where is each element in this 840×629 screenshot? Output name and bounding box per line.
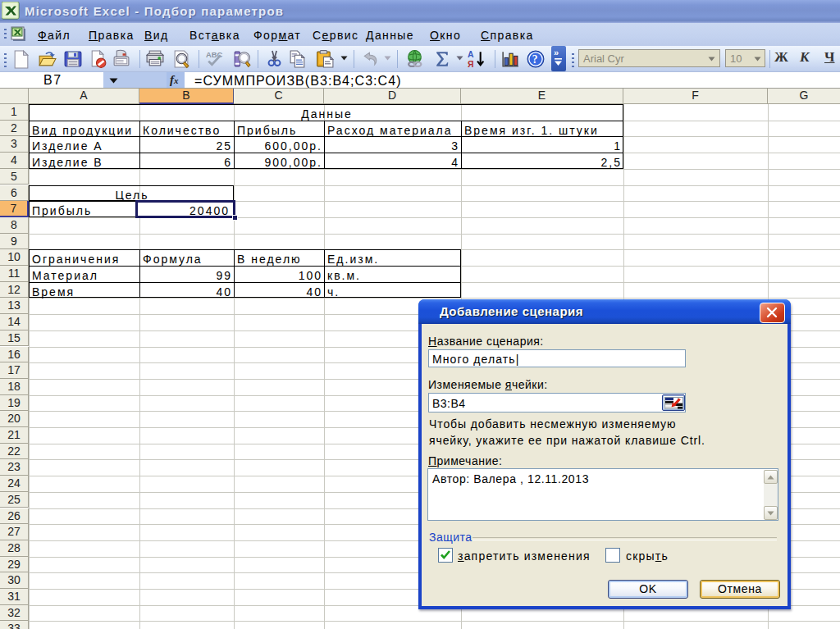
svg-text:А: А [468, 50, 474, 59]
svg-text:?: ? [532, 53, 538, 66]
svg-text:Я: Я [468, 60, 474, 69]
svg-text:ABC: ABC [206, 50, 223, 59]
